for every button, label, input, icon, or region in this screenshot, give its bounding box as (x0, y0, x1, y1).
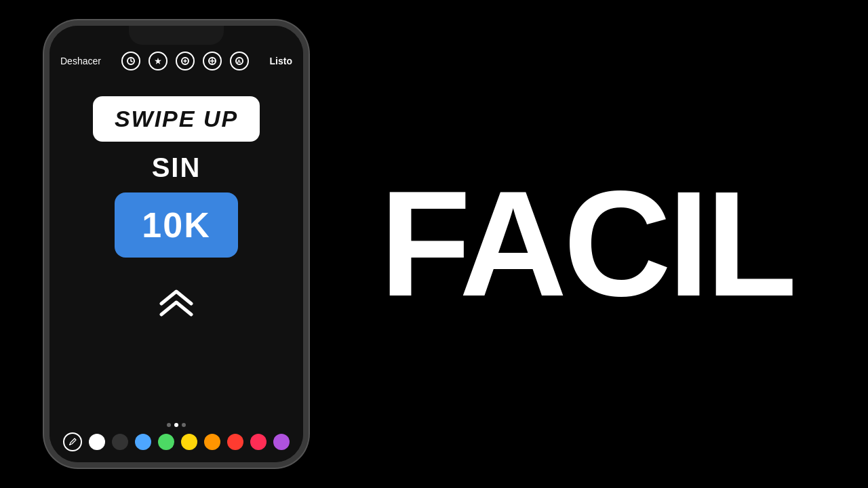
toolbar-icon-1[interactable] (121, 52, 140, 70)
phone-frame: Deshacer (44, 20, 309, 468)
swipe-up-badge[interactable]: SWIPE UP (93, 96, 260, 142)
tenk-text: 10K (142, 205, 210, 245)
color-white[interactable] (89, 434, 105, 450)
facil-section: FACIL (353, 169, 868, 319)
toolbar-icon-4[interactable] (203, 52, 222, 70)
eyedropper-button[interactable] (63, 432, 82, 451)
done-button[interactable]: Listo (270, 56, 292, 66)
color-orange[interactable] (204, 434, 220, 450)
scroll-indicator (44, 227, 48, 261)
color-purple[interactable] (273, 434, 290, 450)
undo-button[interactable]: Deshacer (60, 56, 101, 66)
color-blue[interactable] (135, 434, 151, 450)
tenk-badge[interactable]: 10K (115, 192, 237, 258)
pagination-dot-2 (174, 423, 178, 427)
pagination-dots (167, 423, 186, 427)
toolbar-icon-3[interactable] (176, 52, 195, 70)
color-red[interactable] (227, 434, 243, 450)
phone-content: SWIPE UP SIN 10K (50, 76, 303, 462)
pagination-dot-3 (182, 423, 186, 427)
sin-text: SIN (152, 152, 201, 183)
color-yellow[interactable] (181, 434, 197, 450)
color-pink[interactable] (250, 434, 267, 450)
toolbar-icon-2[interactable] (149, 52, 167, 70)
toolbar-icon-5[interactable]: A (230, 52, 249, 70)
phone-section: Deshacer (0, 0, 353, 488)
swipe-up-text: SWIPE UP (115, 106, 238, 132)
phone-notch (129, 26, 224, 45)
swipe-chevrons (156, 285, 197, 319)
color-dark[interactable] (112, 434, 128, 450)
color-picker (50, 432, 303, 451)
phone-screen: Deshacer (50, 26, 303, 462)
svg-text:A: A (237, 58, 241, 64)
toolbar-icons: A (121, 52, 249, 70)
svg-point-5 (69, 444, 71, 445)
pagination-dot-1 (167, 423, 171, 427)
facil-title: FACIL (380, 169, 794, 319)
color-green[interactable] (158, 434, 174, 450)
